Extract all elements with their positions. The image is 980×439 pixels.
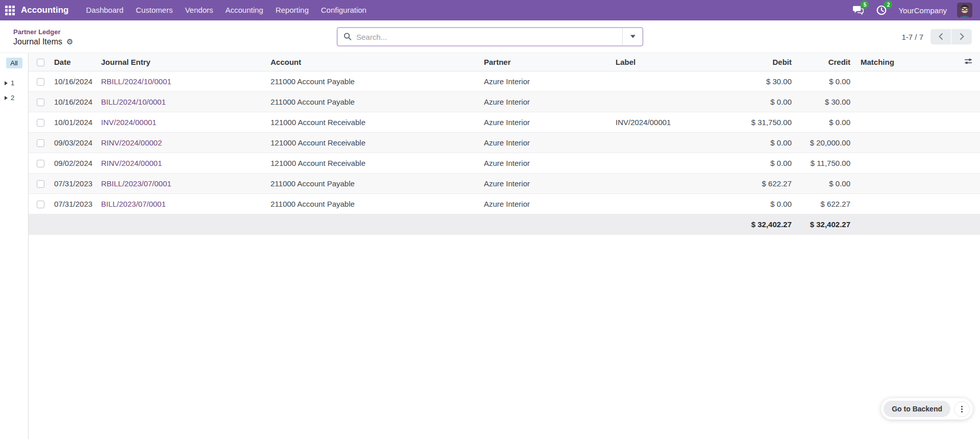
nav-menu-item-configuration-5[interactable]: Configuration <box>315 0 373 20</box>
col-header-journal-entry[interactable]: Journal Entry <box>96 53 265 71</box>
table-row[interactable]: 10/16/2024BILL/2024/10/0001211000 Accoun… <box>29 91 980 112</box>
table-row[interactable]: 07/31/2023RBILL/2023/07/0001211000 Accou… <box>29 173 980 193</box>
search-input[interactable] <box>356 32 622 41</box>
cell-account: 121000 Account Receivable <box>265 153 479 173</box>
cell-matching <box>855 71 904 91</box>
cell-debit: $ 622.27 <box>733 173 797 193</box>
optional-columns-header[interactable] <box>904 53 980 71</box>
cell-debit: $ 0.00 <box>733 132 797 153</box>
actions-gear-icon[interactable]: ⚙ <box>66 38 73 45</box>
cell-partner: Azure Interior <box>479 91 610 112</box>
journal-entry-link[interactable]: BILL/2023/07/0001 <box>101 200 166 208</box>
select-all-header[interactable] <box>29 53 49 71</box>
nav-menu-item-reporting-4[interactable]: Reporting <box>270 0 315 20</box>
cell-credit: $ 622.27 <box>797 193 855 214</box>
sidebar-filter-all[interactable]: All <box>6 58 22 68</box>
table-row[interactable]: 09/02/2024RINV/2024/00001121000 Account … <box>29 153 980 173</box>
cell-matching <box>855 132 904 153</box>
col-header-debit[interactable]: Debit <box>733 53 797 71</box>
total-credit: $ 32,402.27 <box>797 214 855 235</box>
table-row[interactable]: 09/03/2024RINV/2024/00002121000 Account … <box>29 132 980 153</box>
main-content: All 12 DateJournal EntryAccountPartnerLa… <box>0 53 980 439</box>
cell-partner: Azure Interior <box>479 153 610 173</box>
journal-entry-link[interactable]: BILL/2024/10/0001 <box>101 97 166 106</box>
avatar-image-icon <box>957 3 972 18</box>
column-settings-sliders-icon <box>964 57 973 65</box>
cell-label <box>610 71 733 91</box>
cell-matching <box>855 153 904 173</box>
cell-partner: Azure Interior <box>479 173 610 193</box>
cell-date: 07/31/2023 <box>49 173 96 193</box>
row-checkbox[interactable] <box>37 201 44 208</box>
col-header-date[interactable]: Date <box>49 53 96 71</box>
chevron-down-icon <box>630 35 635 38</box>
search-bar <box>337 27 643 46</box>
activities-icon[interactable]: 2 <box>875 4 888 17</box>
journal-entry-link[interactable]: INV/2024/00001 <box>101 118 156 127</box>
nav-menu-item-customers-1[interactable]: Customers <box>130 0 179 20</box>
journal-entry-link[interactable]: RBILL/2023/07/0001 <box>101 179 172 188</box>
journal-entry-link[interactable]: RINV/2024/00001 <box>101 159 162 167</box>
pager-range: 1-7 / 7 <box>901 32 923 41</box>
col-header-partner[interactable]: Partner <box>479 53 610 71</box>
cell-matching <box>855 112 904 132</box>
backend-widget: Go to Backend <box>881 398 973 420</box>
nav-menu-item-dashboard-0[interactable]: Dashboard <box>80 0 130 20</box>
nav-menu-item-vendors-2[interactable]: Vendors <box>179 0 219 20</box>
messages-icon[interactable]: 5 <box>851 4 865 17</box>
cell-credit: $ 20,000.00 <box>797 132 855 153</box>
cell-credit: $ 11,750.00 <box>797 153 855 173</box>
cell-account: 211000 Account Payable <box>265 71 479 91</box>
row-checkbox[interactable] <box>37 180 44 188</box>
pager-next-button[interactable] <box>951 29 972 44</box>
journal-entry-link[interactable]: RBILL/2024/10/0001 <box>101 77 172 86</box>
row-checkbox[interactable] <box>37 99 44 106</box>
row-checkbox[interactable] <box>37 160 44 167</box>
table-row[interactable]: 07/31/2023BILL/2023/07/0001211000 Accoun… <box>29 193 980 214</box>
app-name[interactable]: Accounting <box>21 5 69 15</box>
journal-entry-link[interactable]: RINV/2024/00002 <box>101 138 162 147</box>
row-checkbox[interactable] <box>37 139 44 147</box>
cell-date: 10/16/2024 <box>49 71 96 91</box>
chevron-right-icon <box>959 33 965 40</box>
search-dropdown-toggle[interactable] <box>622 28 643 45</box>
table-row[interactable]: 10/01/2024INV/2024/00001121000 Account R… <box>29 112 980 132</box>
cell-date: 10/16/2024 <box>49 91 96 112</box>
select-all-checkbox[interactable] <box>37 59 44 66</box>
backend-menu-button[interactable] <box>954 401 970 417</box>
col-header-label[interactable]: Label <box>610 53 733 71</box>
nav-menu-item-accounting-3[interactable]: Accounting <box>219 0 269 20</box>
search-icon <box>344 33 352 41</box>
table-body: 10/16/2024RBILL/2024/10/0001211000 Accou… <box>29 71 980 214</box>
cell-debit: $ 0.00 <box>733 193 797 214</box>
table-row[interactable]: 10/16/2024RBILL/2024/10/0001211000 Accou… <box>29 71 980 91</box>
breadcrumb-partner-ledger[interactable]: Partner Ledger <box>13 28 60 36</box>
cell-debit: $ 0.00 <box>733 91 797 112</box>
expand-caret-icon <box>5 96 8 100</box>
col-header-matching[interactable]: Matching <box>855 53 904 71</box>
col-header-account[interactable]: Account <box>265 53 479 71</box>
sidebar-group-1[interactable]: 1 <box>0 76 28 90</box>
company-name[interactable]: YourCompany <box>898 6 947 15</box>
cell-label: INV/2024/00001 <box>610 112 733 132</box>
expand-caret-icon <box>5 81 8 85</box>
user-avatar[interactable] <box>957 3 972 18</box>
cell-account: 211000 Account Payable <box>265 173 479 193</box>
apps-grid-icon[interactable] <box>5 6 15 15</box>
cell-partner: Azure Interior <box>479 71 610 91</box>
row-checkbox[interactable] <box>37 119 44 127</box>
sidebar-group-2[interactable]: 2 <box>0 90 28 105</box>
go-to-backend-button[interactable]: Go to Backend <box>884 401 950 417</box>
totals-row: $ 32,402.27 $ 32,402.27 <box>29 214 980 235</box>
cell-date: 09/02/2024 <box>49 153 96 173</box>
col-header-credit[interactable]: Credit <box>797 53 855 71</box>
total-debit: $ 32,402.27 <box>733 214 797 235</box>
cell-credit: $ 0.00 <box>797 112 855 132</box>
row-checkbox[interactable] <box>37 78 44 86</box>
sidebar-groups: 12 <box>0 76 28 105</box>
cell-date: 10/01/2024 <box>49 112 96 132</box>
group-sidebar: All 12 <box>0 53 29 439</box>
pager-previous-button[interactable] <box>930 29 951 44</box>
table-header-row: DateJournal EntryAccountPartnerLabelDebi… <box>29 53 980 71</box>
cell-date: 07/31/2023 <box>49 193 96 214</box>
